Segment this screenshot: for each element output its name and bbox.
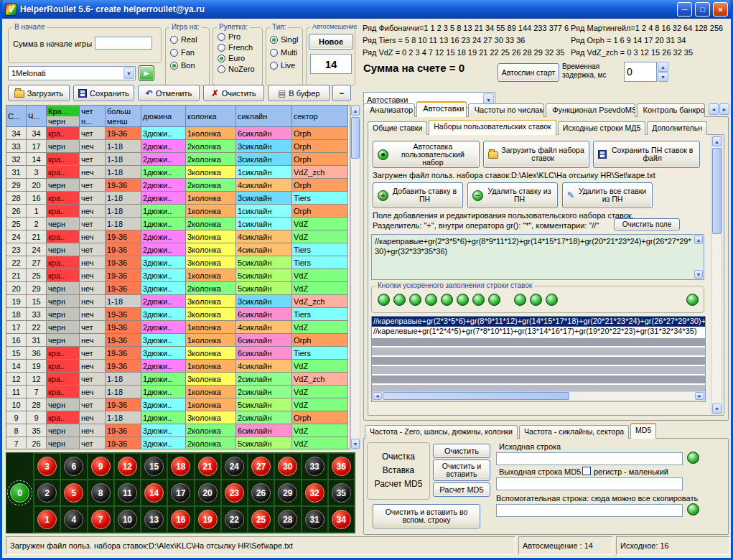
tab-анализатор[interactable]: Анализатор <box>363 103 415 117</box>
roulette-cell[interactable]: 30 <box>274 453 301 480</box>
roulette-cell[interactable]: 19 <box>195 506 221 533</box>
button-bet-coin[interactable]: Автоставка пользовательский набор <box>373 141 480 168</box>
tab-частота-zero-шансы-дюжины-колонки[interactable]: Частота - Zero, шансы, дюжины, колонки <box>365 425 518 439</box>
quick-fill-coin-button[interactable] <box>546 294 558 306</box>
radio-euro[interactable]: Euro <box>218 54 255 62</box>
roulette-number-2[interactable]: 2 <box>37 483 57 503</box>
md5-calc-button[interactable]: Расчет MD5 <box>433 482 490 497</box>
roulette-number-22[interactable]: 22 <box>225 510 244 529</box>
scroll-up-icon[interactable]: ▲ <box>712 136 722 146</box>
quick-fill-coin-button[interactable] <box>409 294 421 306</box>
tab-md5[interactable]: MD5 <box>630 423 656 439</box>
roulette-number-3[interactable]: 3 <box>37 457 57 476</box>
roulette-cell[interactable]: 31 <box>302 506 328 533</box>
delay-spinner[interactable]: 0 ▲ ▼ <box>624 62 668 82</box>
button-save-floppy[interactable]: Сохранить ПН ставок в файл <box>593 141 700 168</box>
roulette-cell[interactable]: 29 <box>274 480 301 506</box>
button-edit-pencil[interactable]: ✎Удалить все ставки из ПН <box>562 182 653 208</box>
button-add-bet-coin[interactable]: +Добавить ставку в ПН <box>373 182 463 208</box>
roulette-number-26[interactable]: 26 <box>251 483 271 503</box>
roulette-cell[interactable]: 18 <box>167 453 194 480</box>
roulette-number-25[interactable]: 25 <box>251 510 271 529</box>
tab-дополнительн[interactable]: Дополнительн <box>647 121 707 135</box>
roulette-cell[interactable]: 10 <box>114 506 141 533</box>
roulette-number-34[interactable]: 34 <box>332 510 351 529</box>
chevron-down-icon[interactable]: ▼ <box>123 67 134 79</box>
roulette-number-23[interactable]: 23 <box>225 483 244 503</box>
roulette-cell[interactable]: 14 <box>141 480 167 506</box>
bet-set-list[interactable]: //кареправые+gr(2*3*5*6)+gr(8*9*11*12)+g… <box>371 316 706 402</box>
list-item[interactable]: //карелевые+gr(1*2*4*5)+gr(7*8*10*11)+gr… <box>372 327 705 337</box>
table-row[interactable]: 99кра..неч1-181дюжи..3колонка2сиклайнOrp… <box>6 411 350 424</box>
roulette-cell[interactable]: 36 <box>328 453 355 480</box>
quick-fill-coin-button[interactable] <box>457 294 469 306</box>
table-scrollbar-thumb[interactable] <box>351 117 360 159</box>
quick-fill-coin-button[interactable] <box>425 294 437 306</box>
scroll-left-icon[interactable]: ◄ <box>373 392 382 400</box>
roulette-number-16[interactable]: 16 <box>171 510 190 529</box>
roulette-zero-cell[interactable]: 0 <box>6 453 34 533</box>
roulette-number-17[interactable]: 17 <box>171 483 190 503</box>
tab-контроль-банкро[interactable]: Контроль банкро <box>637 103 706 117</box>
spin-down-icon[interactable]: ▼ <box>658 72 668 82</box>
tab-наборы-пользовательских-ставок[interactable]: Наборы пользовательских ставок <box>429 120 556 135</box>
roulette-cell[interactable]: 23 <box>221 480 248 506</box>
table-row[interactable]: 1631черннеч19-363дюжи..1колонка6сиклайнO… <box>6 334 350 347</box>
tab-функционал-psevdoms[interactable]: Функционал PsevdoMS <box>546 103 635 117</box>
roulette-cell[interactable]: 25 <box>248 506 274 533</box>
tab-автоставки[interactable]: Автоставки <box>416 101 467 117</box>
tab-частоты-по-числам[interactable]: Частоты по числам <box>468 103 544 117</box>
roulette-cell[interactable]: 26 <box>248 480 274 506</box>
roulette-number-27[interactable]: 27 <box>251 457 271 476</box>
roulette-cell[interactable]: 13 <box>141 506 167 533</box>
tab-scroll-left-icon[interactable]: ◄ <box>709 103 719 115</box>
edit-scroll-down-icon[interactable]: ▼ <box>694 270 703 279</box>
roulette-number-14[interactable]: 14 <box>144 483 164 503</box>
roulette-number-5[interactable]: 5 <box>64 483 83 503</box>
table-row[interactable]: 3317черннеч1-182дюжи..2колонка3сиклайнOr… <box>6 140 350 153</box>
md5-source-coin-button[interactable] <box>687 452 699 464</box>
roulette-number-7[interactable]: 7 <box>91 510 111 529</box>
roulette-number-4[interactable]: 4 <box>64 510 83 529</box>
button-open-folder[interactable]: Загрузить файл набора ставок <box>483 141 590 168</box>
scroll-right-icon[interactable]: ► <box>695 392 704 400</box>
minimize-button[interactable]: ─ <box>677 2 692 17</box>
button-clear[interactable]: ✗Очистить <box>203 85 265 101</box>
roulette-cell[interactable]: 24 <box>221 453 248 480</box>
roulette-number-10[interactable]: 10 <box>118 510 137 529</box>
roulette-number-21[interactable]: 21 <box>198 457 218 476</box>
roulette-number-24[interactable]: 24 <box>225 457 244 476</box>
roulette-cell[interactable]: 5 <box>60 480 87 506</box>
quick-fill-coin-button[interactable] <box>472 294 485 306</box>
roulette-cell[interactable]: 16 <box>167 506 194 533</box>
roulette-cell[interactable]: 17 <box>167 480 194 506</box>
roulette-cell[interactable]: 15 <box>141 453 167 480</box>
table-row[interactable]: 117кра..неч1-181дюжи..1колонка2сиклайнVd… <box>6 386 350 398</box>
table-row[interactable]: 2816кра..чет1-182дюжи..1колонка3сиклайнT… <box>6 192 350 205</box>
roulette-number-29[interactable]: 29 <box>278 483 297 503</box>
roulette-number-36[interactable]: 36 <box>332 457 351 476</box>
roulette-number-6[interactable]: 6 <box>64 457 83 476</box>
roulette-cell[interactable]: 28 <box>274 506 301 533</box>
radio-bon[interactable]: Bon <box>170 61 197 70</box>
table-row[interactable]: 2920чернчет19-362дюжи..2колонка4сиклайнO… <box>6 179 350 192</box>
table-row[interactable]: 261кра..неч1-181дюжи..1колонка1сиклайнOr… <box>6 205 350 218</box>
roulette-cell[interactable]: 7 <box>88 506 114 533</box>
table-row[interactable]: 3214кра..чет1-182дюжи..2колонка3сиклайнO… <box>6 153 350 166</box>
tab-исходные-строки-мд5[interactable]: Исходные строки МД5 <box>558 121 646 135</box>
table-row[interactable]: 1722чернчет19-362дюжи..1колонка4сиклайнV… <box>6 321 350 334</box>
table-row[interactable]: 2227кра..неч19-363дюжи..3колонка5сиклайн… <box>6 256 350 269</box>
radio-fan[interactable]: Fan <box>170 48 197 57</box>
new-shift-button[interactable]: Новое <box>309 34 353 50</box>
maximize-button[interactable]: □ <box>695 2 710 17</box>
md5-helper-coin-button[interactable] <box>687 503 699 515</box>
roulette-number-20[interactable]: 20 <box>198 483 218 503</box>
radio-real[interactable]: Real <box>170 35 197 44</box>
button-clipboard[interactable]: ▤В буфер <box>268 85 330 101</box>
preset-combo[interactable]: 1Melonati ▼ <box>8 66 136 80</box>
roulette-cell[interactable]: 33 <box>302 453 328 480</box>
button-remove-bet-coin[interactable]: −Удалить ставку из ПН <box>467 182 558 208</box>
button-open-folder[interactable]: Загрузить <box>8 85 70 101</box>
md5-clear-button[interactable]: Очистить <box>433 444 490 458</box>
table-row[interactable]: 2125кра..неч19-363дюжи..1колонка5сиклайн… <box>6 269 350 282</box>
